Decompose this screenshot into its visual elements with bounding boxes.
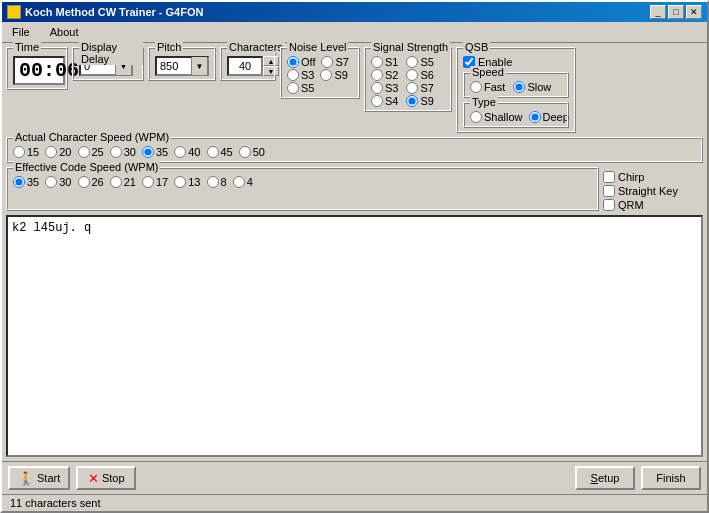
signal-s1[interactable]: S1 <box>371 56 398 68</box>
effective-speed-group: Effective Code Speed (WPM) 35 30 26 21 1… <box>6 167 599 211</box>
noise-level-label: Noise Level <box>287 41 348 53</box>
time-display: 00:06 <box>13 56 65 85</box>
actual-50[interactable]: 50 <box>239 146 265 158</box>
close-button[interactable]: ✕ <box>686 5 702 19</box>
eff-4[interactable]: 4 <box>233 176 253 188</box>
pitch-value: 850 <box>157 60 191 72</box>
actual-15[interactable]: 15 <box>13 146 39 158</box>
eff-26[interactable]: 26 <box>78 176 104 188</box>
signal-radios: S1 S5 S2 S6 <box>371 56 445 107</box>
stop-label: Stop <box>102 472 125 484</box>
signal-s4[interactable]: S4 <box>371 95 398 107</box>
noise-row-2: S3 S9 <box>287 69 353 81</box>
status-text: 11 characters sent <box>10 497 101 509</box>
setup-button[interactable]: Setup <box>575 466 635 490</box>
status-bar: 11 characters sent <box>2 494 707 511</box>
minimize-button[interactable]: _ <box>650 5 666 19</box>
menu-about[interactable]: About <box>44 24 85 40</box>
bottom-left-buttons: 🚶 Start ✕ Stop <box>8 466 136 490</box>
straight-key-option[interactable]: Straight Key <box>603 185 703 197</box>
noise-s9[interactable]: S9 <box>320 69 347 81</box>
eff-35[interactable]: 35 <box>13 176 39 188</box>
straight-key-checkbox[interactable] <box>603 185 615 197</box>
qrm-checkbox[interactable] <box>603 199 615 211</box>
characters-group: Characters 40 ▲ ▼ <box>220 47 276 81</box>
signal-s6[interactable]: S6 <box>406 69 433 81</box>
qsb-speed-row: Fast Slow <box>470 81 562 93</box>
signal-s9[interactable]: S9 <box>406 95 433 107</box>
actual-25[interactable]: 25 <box>78 146 104 158</box>
characters-input[interactable]: 40 <box>227 56 263 76</box>
actual-40[interactable]: 40 <box>174 146 200 158</box>
chirp-option[interactable]: Chirp <box>603 171 703 183</box>
title-bar: ⚡ Koch Method CW Trainer - G4FON _ □ ✕ <box>2 2 707 22</box>
bottom-bar: 🚶 Start ✕ Stop Setup Finish <box>2 461 707 494</box>
qsb-label: QSB <box>463 41 490 53</box>
maximize-button[interactable]: □ <box>668 5 684 19</box>
time-group: Time 00:06 <box>6 47 68 90</box>
pitch-arrow[interactable]: ▼ <box>191 57 207 75</box>
title-bar-left: ⚡ Koch Method CW Trainer - G4FON <box>7 5 203 19</box>
qsb-inner: Enable Speed Fast Slow <box>463 56 569 128</box>
output-textarea[interactable]: k2 l45uj. q <box>6 215 703 457</box>
actual-20[interactable]: 20 <box>45 146 71 158</box>
pitch-label: Pitch <box>155 41 183 53</box>
qsb-speed-label: Speed <box>470 66 506 78</box>
eff-8[interactable]: 8 <box>207 176 227 188</box>
eff-13[interactable]: 13 <box>174 176 200 188</box>
finish-button[interactable]: Finish <box>641 466 701 490</box>
display-delay-group: Display Delay 0 ▼ <box>72 47 144 81</box>
noise-s3[interactable]: S3 <box>287 69 314 81</box>
qsb-shallow-label: Shallow <box>484 111 523 123</box>
actual-speed-group: Actual Character Speed (WPM) 15 20 25 30… <box>6 137 703 163</box>
qsb-type-group: Type Shallow Deep <box>463 102 569 128</box>
qsb-deep[interactable]: Deep <box>529 111 569 123</box>
characters-spinbox-btns: ▲ ▼ <box>263 56 279 76</box>
actual-35[interactable]: 35 <box>142 146 168 158</box>
display-delay-label: Display Delay <box>79 41 143 65</box>
qsb-fast-label: Fast <box>484 81 505 93</box>
noise-off[interactable]: Off <box>287 56 315 68</box>
qsb-type-label: Type <box>470 96 498 108</box>
eff-30[interactable]: 30 <box>45 176 71 188</box>
app-icon: ⚡ <box>7 5 21 19</box>
signal-s2-label: S2 <box>385 69 398 81</box>
chirp-label: Chirp <box>618 171 644 183</box>
qsb-shallow[interactable]: Shallow <box>470 111 523 123</box>
window-title: Koch Method CW Trainer - G4FON <box>25 6 203 18</box>
qsb-speed-fast[interactable]: Fast <box>470 81 505 93</box>
noise-s5[interactable]: S5 <box>287 82 314 94</box>
pitch-dropdown[interactable]: 850 ▼ <box>155 56 209 76</box>
top-row: Time 00:06 Display Delay 0 ▼ Pitch <box>6 47 703 133</box>
signal-row-2: S2 S6 <box>371 69 445 81</box>
qsb-deep-label: Deep <box>543 111 569 123</box>
eff-17[interactable]: 17 <box>142 176 168 188</box>
qrm-option[interactable]: QRM <box>603 199 703 211</box>
signal-s2[interactable]: S2 <box>371 69 398 81</box>
qsb-speed-slow[interactable]: Slow <box>513 81 551 93</box>
setup-label: Setup <box>591 472 620 484</box>
actual-30[interactable]: 30 <box>110 146 136 158</box>
signal-s5-row1[interactable]: S5 <box>406 56 433 68</box>
signal-s3[interactable]: S3 <box>371 82 398 94</box>
noise-row-1: Off S7 <box>287 56 353 68</box>
characters-label: Characters <box>227 41 285 53</box>
bottom-right-buttons: Setup Finish <box>575 466 701 490</box>
chirp-checkbox[interactable] <box>603 171 615 183</box>
start-button[interactable]: 🚶 Start <box>8 466 70 490</box>
noise-s7[interactable]: S7 <box>321 56 348 68</box>
menu-file[interactable]: File <box>6 24 36 40</box>
signal-s9-label: S9 <box>420 95 433 107</box>
stop-button[interactable]: ✕ Stop <box>76 466 136 490</box>
signal-row-4: S4 S9 <box>371 95 445 107</box>
content-area: Time 00:06 Display Delay 0 ▼ Pitch <box>2 43 707 461</box>
time-label: Time <box>13 41 41 53</box>
characters-up-btn[interactable]: ▲ <box>263 56 279 66</box>
qsb-group: QSB Enable Speed Fast <box>456 47 576 133</box>
noise-s5-label: S5 <box>301 82 314 94</box>
menubar: File About <box>2 22 707 43</box>
signal-s7[interactable]: S7 <box>406 82 433 94</box>
actual-45[interactable]: 45 <box>207 146 233 158</box>
characters-down-btn[interactable]: ▼ <box>263 66 279 76</box>
eff-21[interactable]: 21 <box>110 176 136 188</box>
